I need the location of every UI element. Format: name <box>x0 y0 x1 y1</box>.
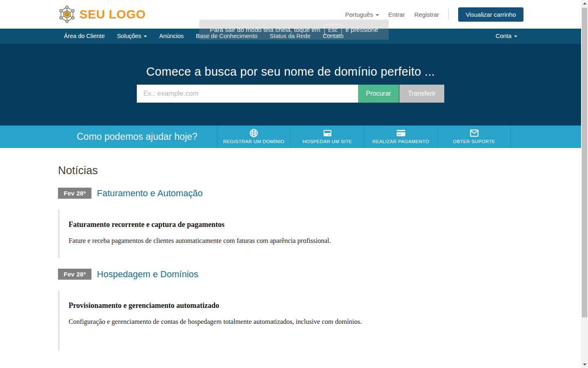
news-item: Fev 28º Hospedagem e Domínios Provisiona… <box>58 269 581 350</box>
nav-item-anuncios[interactable]: Anúncios <box>153 29 190 44</box>
login-link[interactable]: Entrar <box>388 11 405 18</box>
news-heading: Notícias <box>58 164 581 177</box>
view-cart-button[interactable]: Visualizar carrinho <box>458 7 523 22</box>
helpbar-item-host-site[interactable]: HOSPEDAR UM SITE <box>290 126 364 148</box>
news-body-title: Faturamento recorrente e captura de paga… <box>69 220 434 229</box>
news-body-text: Configuração e gerenciamento de contas d… <box>69 318 434 326</box>
logo[interactable]: SEU LOGO <box>58 5 146 23</box>
esc-key: Esc <box>324 25 342 35</box>
nav-item-conta[interactable]: Conta <box>496 29 517 44</box>
header-divider <box>448 9 449 20</box>
scrollbar-up-arrow[interactable] <box>581 0 588 7</box>
nav-item-solucoes[interactable]: Soluções <box>111 29 153 44</box>
news-body-title: Provisionamento e gerenciamento automati… <box>69 301 434 310</box>
news-date-badge: Fev 28º <box>58 188 91 199</box>
page: SEU LOGO Português Entrar Registrar Visu… <box>0 0 588 368</box>
helpbar-item-register-domain[interactable]: REGISTRAR UM DOMÍNIO <box>217 126 290 148</box>
news-body-text: Fature e receba pagamentos de clientes a… <box>69 237 434 245</box>
helpbar-item-get-support[interactable]: OBTER SUPORTE <box>437 126 511 148</box>
globe-icon <box>217 128 290 138</box>
language-selector[interactable]: Português <box>345 11 379 18</box>
logo-text: SEU LOGO <box>80 7 146 21</box>
fullscreen-exit-toast: Para sair do modo tela cheia, toque em E… <box>199 20 389 40</box>
helpbar-item-make-payment[interactable]: REALIZAR PAGAMENTO <box>364 126 437 148</box>
vertical-scrollbar[interactable] <box>581 0 588 368</box>
register-link[interactable]: Registrar <box>414 11 439 18</box>
chevron-down-icon <box>376 14 379 16</box>
scrollbar-down-arrow[interactable] <box>581 361 588 368</box>
helpbar-item-label: REALIZAR PAGAMENTO <box>364 139 437 144</box>
credit-card-icon <box>364 128 437 138</box>
chevron-down-icon <box>144 36 147 37</box>
toast-text-after: e pressione <box>345 26 378 34</box>
news-section: Notícias Fev 28º Faturamento e Automação… <box>0 164 581 350</box>
hero-title: Comece a busca por seu nome de domínio p… <box>0 44 581 79</box>
logo-icon <box>58 5 76 23</box>
nav-item-conta-label: Conta <box>496 33 512 39</box>
scrollbar-thumb[interactable] <box>582 8 587 317</box>
nav-item-area-do-cliente[interactable]: Área do Cliente <box>58 29 111 44</box>
domain-search-input[interactable] <box>137 85 358 103</box>
toast-text-before: Para sair do modo tela cheia, toque em <box>210 26 321 34</box>
helpbar: Como podemos ajudar hoje? REGISTRAR UM D… <box>0 126 581 148</box>
envelope-icon <box>438 128 510 138</box>
helpbar-title: Como podemos ajudar hoje? <box>77 126 197 148</box>
news-item: Fev 28º Faturamento e Automação Faturame… <box>58 188 581 258</box>
news-title-link[interactable]: Hospedagem e Domínios <box>97 269 198 280</box>
news-body: Faturamento recorrente e captura de paga… <box>58 210 434 258</box>
transfer-button[interactable]: Transferir <box>399 85 444 103</box>
helpbar-item-label: HOSPEDAR UM SITE <box>291 139 364 144</box>
helpbar-item-label: REGISTRAR UM DOMÍNIO <box>217 139 290 144</box>
domain-search-hero: Comece a busca por seu nome de domínio p… <box>0 44 581 126</box>
helpbar-item-label: OBTER SUPORTE <box>438 139 510 144</box>
helpbar-items: REGISTRAR UM DOMÍNIO HOSPEDAR UM SITE RE… <box>217 126 511 148</box>
language-label: Português <box>345 11 373 18</box>
search-button[interactable]: Procurar <box>358 85 399 103</box>
server-icon <box>291 128 364 138</box>
news-title-link[interactable]: Faturamento e Automação <box>97 188 203 199</box>
news-date-badge: Fev 28º <box>58 269 91 280</box>
nav-item-solucoes-label: Soluções <box>117 33 141 39</box>
news-body: Provisionamento e gerenciamento automati… <box>58 291 434 350</box>
chevron-down-icon <box>514 36 517 37</box>
domain-search-form: Procurar Transferir <box>0 85 581 103</box>
